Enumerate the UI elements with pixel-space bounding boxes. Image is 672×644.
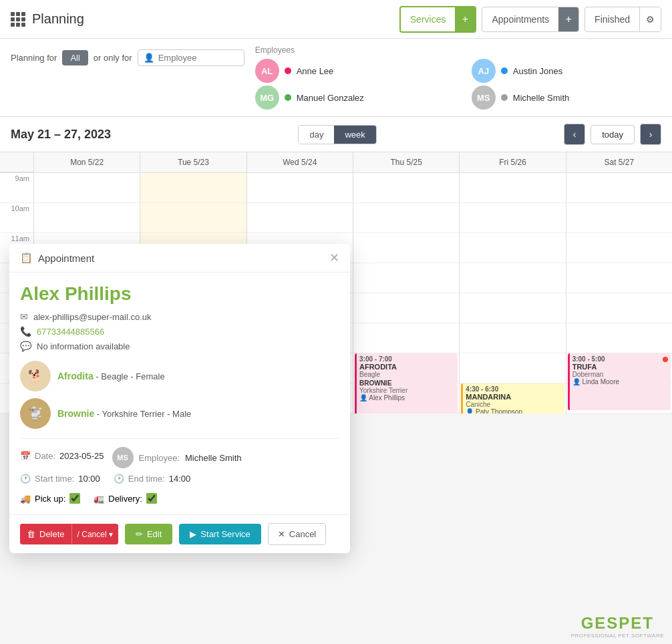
planning-for-label: Planning for xyxy=(11,53,57,63)
pet-brownie-row: 🐩 Brownie - Yorkshire Terrier - Male xyxy=(20,398,339,414)
pet-afrodita-row: 🐕 Afrodita - Beagle - Female xyxy=(20,361,339,391)
modal-body: Alex Phillips ✉ alex-phillips@super-mail… xyxy=(9,273,350,414)
mon-slot-1[interactable] xyxy=(34,173,140,203)
col-header-tue: Tue 5/23 xyxy=(140,152,246,172)
name-anne: Anne Lee xyxy=(297,66,334,76)
calendar-nav: May 21 – 27, 2023 day week ‹ today › xyxy=(0,117,672,152)
whatsapp-info: No information available xyxy=(37,341,130,351)
appointments-button[interactable]: Appointments xyxy=(482,10,558,29)
pet-brownie-info: Brownie - Yorkshire Terrier - Male xyxy=(57,408,191,414)
employee-item-michelle: MS Michelle Smith xyxy=(472,86,661,110)
header: Planning Services + Appointments + Finis… xyxy=(0,0,672,39)
whatsapp-row: 💬 No information available xyxy=(20,341,339,351)
col-thu: 3:00 - 7:00 AFRODITA Beagle BROWNIE York… xyxy=(353,173,459,414)
services-button[interactable]: Services xyxy=(401,10,456,29)
grid-icon xyxy=(11,12,25,27)
today-button[interactable]: today xyxy=(591,125,635,144)
col-header-mon: Mon 5/22 xyxy=(33,152,140,172)
pet-afrodita-info: Afrodita - Beagle - Female xyxy=(57,371,165,381)
col-header-fri: Fri 5/26 xyxy=(459,152,565,172)
col-sat: 3:00 - 5:00 TRUFA Doberman 👤 Linda Moore… xyxy=(566,173,672,414)
modal-close-button[interactable]: ✕ xyxy=(329,252,339,264)
planning-bar: Planning for All or only for 👤 Employees… xyxy=(0,39,672,117)
time-10am: 10am xyxy=(0,203,33,233)
dot-manuel xyxy=(285,94,291,101)
dot-michelle xyxy=(501,94,508,101)
col-fri: 4:30 - 6:30 MANDARINA Caniche 👤 Paty Tho… xyxy=(459,173,565,414)
pet-brownie-details: - Yorkshire Terrier - Male xyxy=(97,409,191,414)
time-header xyxy=(0,152,33,172)
email-icon: ✉ xyxy=(20,311,28,322)
col-header-thu: Thu 5/25 xyxy=(353,152,459,172)
avatar-manuel: MG xyxy=(255,86,279,110)
calendar-icon: 📋 xyxy=(20,252,33,264)
nav-buttons: ‹ today › xyxy=(564,124,661,145)
header-left: Planning xyxy=(11,11,84,27)
appointments-add-button[interactable]: + xyxy=(558,7,578,31)
week-view-button[interactable]: week xyxy=(334,126,375,144)
name-manuel: Manuel Gonzalez xyxy=(297,93,364,103)
employees-grid: AL Anne Lee AJ Austin Jones MG Manuel Go… xyxy=(255,59,661,110)
name-austin: Austin Jones xyxy=(513,66,562,76)
next-button[interactable]: › xyxy=(640,124,661,145)
col-header-wed: Wed 5/24 xyxy=(246,152,353,172)
employee-input-field[interactable] xyxy=(158,53,238,63)
avatar-austin: AJ xyxy=(472,59,496,83)
header-right: Services + Appointments + Finished ⚙ xyxy=(399,6,661,33)
services-add-button[interactable]: + xyxy=(455,7,475,31)
person-icon: 👤 xyxy=(144,53,154,63)
client-email: alex-phillips@super-mail.co.uk xyxy=(33,312,151,322)
event-mandarina[interactable]: 4:30 - 6:30 MANDARINA Caniche 👤 Paty Tho… xyxy=(461,383,564,414)
avatar-michelle: MS xyxy=(472,86,496,110)
or-only-for-label: or only for xyxy=(94,53,132,63)
pet-afrodita-details: - Beagle - Female xyxy=(96,371,164,381)
pet-afrodita-name[interactable]: Afrodita xyxy=(57,371,94,381)
date-range: May 21 – 27, 2023 xyxy=(11,128,111,142)
modal-title-text: Appointment xyxy=(38,253,94,264)
view-toggle: day week xyxy=(298,125,376,144)
name-michelle: Michelle Smith xyxy=(513,93,570,103)
dot-austin xyxy=(501,67,508,74)
employees-label: Employees xyxy=(255,45,661,55)
page-title: Planning xyxy=(32,11,84,27)
tue-slot-1[interactable] xyxy=(140,173,246,203)
finished-button[interactable]: Finished xyxy=(585,10,639,29)
phone-icon: 📞 xyxy=(20,326,31,337)
time-9am: 9am xyxy=(0,173,33,203)
dot-anne xyxy=(285,67,291,74)
prev-button[interactable]: ‹ xyxy=(564,124,585,145)
all-button[interactable]: All xyxy=(62,50,88,65)
employee-item-manuel: MG Manuel Gonzalez xyxy=(255,86,445,110)
finished-gear-button[interactable]: ⚙ xyxy=(639,7,661,31)
client-phone[interactable]: 67733444885566 xyxy=(37,327,104,337)
avatar-anne: AL xyxy=(255,59,279,83)
modal-title-row: 📋 Appointment xyxy=(20,252,94,264)
employee-filter[interactable]: 👤 xyxy=(138,49,244,66)
cal-column-headers: Mon 5/22 Tue 5/23 Wed 5/24 Thu 5/25 Fri … xyxy=(0,152,672,173)
event-afrodita[interactable]: 3:00 - 7:00 AFRODITA Beagle BROWNIE York… xyxy=(355,353,458,414)
col-header-sat: Sat 5/27 xyxy=(566,152,672,172)
employees-section: Employees AL Anne Lee AJ Austin Jones MG… xyxy=(255,45,661,110)
day-view-button[interactable]: day xyxy=(299,126,334,144)
appointment-modal: 📋 Appointment ✕ Alex Phillips ✉ alex-phi… xyxy=(9,244,350,414)
planning-for-section: Planning for All or only for 👤 xyxy=(11,45,244,66)
mon-slot-2[interactable] xyxy=(34,203,140,233)
pet-brownie-avatar: 🐩 xyxy=(20,398,51,414)
email-row: ✉ alex-phillips@super-mail.co.uk xyxy=(20,311,339,322)
pets-section: 🐕 Afrodita - Beagle - Female 🐩 Brownie -… xyxy=(20,361,339,414)
pet-brownie-name[interactable]: Brownie xyxy=(57,408,94,414)
pet-afrodita-avatar: 🐕 xyxy=(20,361,51,391)
whatsapp-icon: 💬 xyxy=(20,341,31,351)
tue-slot-2[interactable] xyxy=(140,203,246,233)
modal-header: 📋 Appointment ✕ xyxy=(9,244,350,273)
client-name: Alex Phillips xyxy=(20,283,339,305)
event-trufa[interactable]: 3:00 - 5:00 TRUFA Doberman 👤 Linda Moore xyxy=(568,353,671,410)
phone-row: 📞 67733444885566 xyxy=(20,326,339,337)
employee-item-austin: AJ Austin Jones xyxy=(472,59,661,83)
employee-item-anne: AL Anne Lee xyxy=(255,59,445,83)
